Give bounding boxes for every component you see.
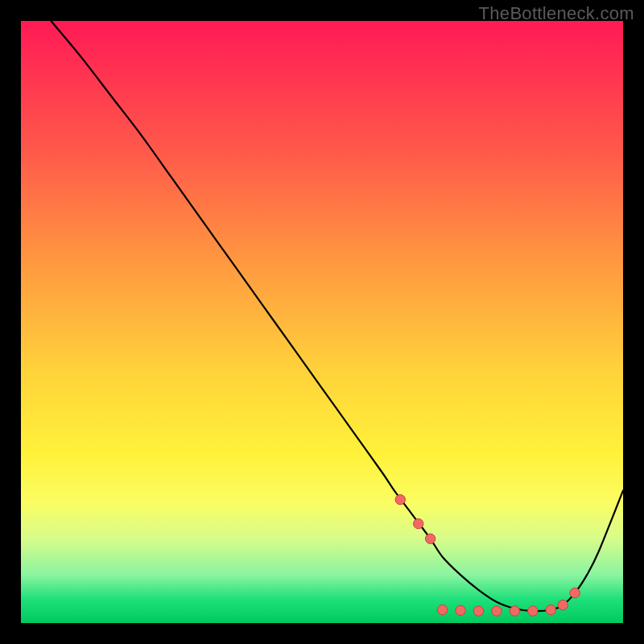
marker-dot — [510, 606, 519, 616]
marker-dot — [492, 606, 502, 616]
marker-dot — [546, 605, 555, 614]
marker-group — [395, 494, 580, 616]
marker-dot — [425, 534, 435, 543]
watermark-text: TheBottleneck.com — [479, 3, 634, 24]
chart-frame — [21, 21, 623, 623]
curve-line — [51, 21, 623, 611]
marker-dot — [456, 605, 465, 615]
chart-svg — [21, 21, 623, 623]
marker-dot — [558, 600, 568, 609]
marker-dot — [473, 606, 483, 616]
marker-dot — [570, 588, 580, 597]
marker-dot — [395, 494, 405, 504]
marker-dot — [437, 605, 447, 614]
marker-dot — [413, 518, 423, 528]
marker-dot — [528, 606, 538, 616]
